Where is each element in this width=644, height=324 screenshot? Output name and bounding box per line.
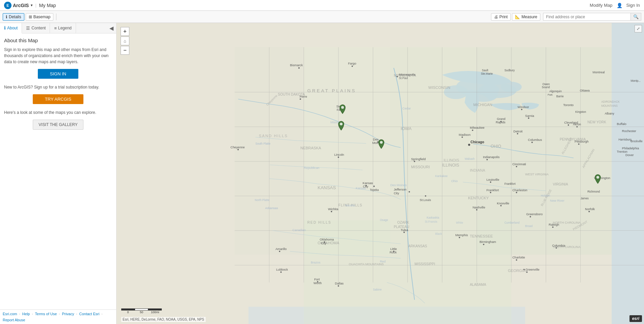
svg-text:NEW YORK: NEW YORK [587, 120, 606, 124]
svg-point-225 [596, 176, 599, 179]
footer-privacy-link[interactable]: Privacy [62, 312, 74, 316]
measure-button[interactable]: 📐 Measure [512, 13, 540, 21]
expand-icon[interactable]: ⤢ [635, 25, 642, 32]
svg-point-97 [521, 109, 522, 110]
details-button[interactable]: ℹ Details [3, 13, 24, 21]
svg-text:NEBRASKA: NEBRASKA [300, 146, 321, 150]
svg-text:St.Louis: St.Louis [420, 198, 431, 202]
footer-esri-link[interactable]: Esri.com [3, 312, 17, 316]
main: ℹ About ☰ Content ≡ Legend ◀ About this … [0, 23, 644, 324]
svg-text:Sabine: Sabine [373, 288, 382, 291]
zoom-in-button[interactable]: + [121, 27, 129, 36]
svg-point-224 [380, 141, 383, 144]
map-container[interactable]: GREAT PLAINS SAND HILLS FLINT HILLS RED … [117, 23, 644, 324]
print-button[interactable]: 🖨 Print [491, 13, 511, 21]
tab-content-label: Content [31, 26, 46, 30]
svg-text:RED HILLS: RED HILLS [307, 221, 331, 224]
arcgis-logo[interactable]: E ArcGIS ▾ [4, 2, 32, 9]
svg-text:KENTUCKY: KENTUCKY [468, 196, 489, 200]
svg-text:Dover: Dover [625, 153, 634, 157]
try-arcgis-button[interactable]: TRY ARCGIS [33, 94, 83, 104]
search-input[interactable] [543, 13, 631, 21]
svg-point-131 [526, 271, 527, 273]
basemap-button[interactable]: ⊞ Basemap [26, 13, 54, 21]
visit-gallery-button[interactable]: VISIT THE GALLERY [33, 120, 83, 130]
sign-in-link[interactable]: Sign In [626, 3, 640, 8]
svg-text:White: White [456, 221, 463, 224]
svg-point-72 [352, 66, 353, 67]
svg-text:✦Greenville: ✦Greenville [523, 268, 539, 271]
details-label: Details [9, 15, 21, 19]
svg-text:TENNESSEE: TENNESSEE [470, 234, 493, 238]
svg-text:City: City [321, 242, 327, 245]
home-button[interactable]: ⌂ [121, 36, 129, 45]
topbar-right: Modify Map 👤 Sign In [590, 3, 640, 8]
svg-text:KANSAS: KANSAS [318, 185, 336, 190]
svg-text:Charleston: Charleston [512, 189, 527, 192]
svg-text:Barrie: Barrie [556, 95, 564, 98]
toolbar-separator [56, 14, 56, 20]
svg-text:Frankfort: Frankfort [505, 182, 516, 185]
footer-terms-link[interactable]: Terms of Use [35, 312, 57, 316]
zoom-out-button[interactable]: − [121, 46, 129, 55]
svg-text:OZARK: OZARK [397, 221, 409, 224]
about-heading: About this Map [4, 38, 112, 43]
svg-text:Toronto: Toronto [563, 103, 574, 107]
tab-content[interactable]: ☰ Content [22, 23, 50, 33]
svg-text:Columbus: Columbus [528, 138, 542, 142]
svg-text:Montreal: Montreal [593, 71, 605, 74]
svg-text:Sault: Sault [482, 69, 488, 72]
svg-text:Albany: Albany [605, 112, 615, 115]
search-button[interactable]: 🔍 [631, 13, 641, 21]
sidebar-collapse-button[interactable]: ◀ [107, 23, 116, 33]
svg-text:MICHIGAN: MICHIGAN [473, 103, 492, 107]
arcgis-dropdown-icon[interactable]: ▾ [31, 3, 32, 7]
svg-text:Sound: Sound [542, 86, 550, 89]
footer-help-link[interactable]: Help [22, 312, 30, 316]
svg-text:Black: Black [435, 232, 442, 235]
svg-text:Ottawa: Ottawa [580, 89, 590, 92]
svg-text:Des: Des [373, 138, 379, 141]
tab-about[interactable]: ℹ About [0, 23, 22, 33]
svg-text:Greensboro: Greensboro [526, 213, 543, 216]
svg-point-125 [589, 211, 590, 212]
svg-text:Broad: Broad [525, 225, 533, 228]
svg-point-79 [338, 156, 339, 158]
svg-text:OUACHITA MOUNTAINS: OUACHITA MOUNTAINS [349, 263, 384, 266]
svg-point-133 [483, 244, 484, 245]
svg-text:ILLINOIS: ILLINOIS [443, 158, 459, 162]
scale-label-0: 0 [121, 310, 135, 314]
svg-point-168 [237, 149, 239, 150]
svg-text:Indianapolis: Indianapolis [483, 155, 500, 159]
measure-label: Measure [521, 15, 537, 19]
svg-point-166 [490, 192, 491, 193]
sign-in-button[interactable]: SIGN IN [38, 69, 78, 79]
svg-text:Cumberland: Cumberland [505, 221, 520, 224]
svg-point-86 [472, 129, 473, 131]
svg-text:Oklahoma: Oklahoma [320, 238, 334, 241]
svg-text:Tulsa: Tulsa [401, 228, 408, 232]
svg-point-151 [280, 271, 282, 273]
esri-logo-badge: esri [629, 315, 642, 322]
svg-text:Sudbury: Sudbury [505, 69, 515, 72]
print-icon: 🖨 [494, 15, 498, 19]
svg-point-99 [568, 124, 569, 126]
scale-label-100: 100mi [148, 310, 162, 314]
content-icon: ☰ [26, 26, 30, 31]
svg-text:VIRGINIA: VIRGINIA [553, 182, 568, 186]
tab-legend[interactable]: ≡ Legend [50, 23, 76, 33]
footer-contact-link[interactable]: Contact Esri [79, 312, 100, 316]
svg-text:Wabash: Wabash [465, 157, 475, 160]
map-svg: GREAT PLAINS SAND HILLS FLINT HILLS RED … [117, 23, 644, 324]
modify-map-link[interactable]: Modify Map [590, 3, 612, 8]
svg-text:Philadelphia: Philadelphia [622, 147, 639, 150]
svg-text:Des Moines: Des Moines [390, 183, 407, 187]
search-wrapper: 🔍 [543, 13, 641, 21]
svg-point-149 [279, 251, 280, 252]
svg-text:Canadian: Canadian [292, 228, 306, 232]
svg-text:Milwaukee: Milwaukee [470, 126, 484, 129]
footer-report-link[interactable]: Report Abuse [3, 318, 25, 322]
svg-point-74 [300, 98, 301, 100]
svg-point-70 [298, 67, 300, 69]
arcgis-brand: ArcGIS [13, 3, 29, 8]
